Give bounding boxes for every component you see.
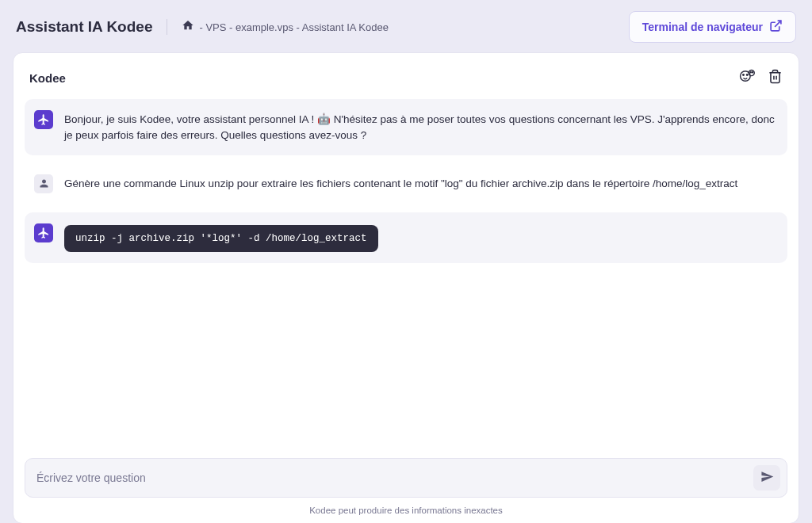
chat-input-row [25, 458, 787, 498]
code-block[interactable]: unzip -j archive.zip '*log*' -d /home/lo… [64, 225, 378, 252]
breadcrumb[interactable]: - VPS - example.vps - Assistant IA Kodee [167, 19, 388, 35]
external-link-icon [769, 19, 783, 35]
chat-input[interactable] [36, 471, 747, 484]
card-actions [739, 67, 783, 88]
svg-point-5 [750, 72, 751, 73]
send-icon [760, 470, 774, 486]
messages-list: Bonjour, je suis Kodee, votre assistant … [25, 99, 787, 453]
header-left: Assistant IA Kodee - VPS - example.vps -… [16, 18, 389, 36]
svg-point-3 [743, 74, 745, 76]
message-text: Génère une commande Linux unzip pour ext… [64, 174, 737, 192]
page-title: Assistant IA Kodee [16, 18, 152, 36]
message-user: Génère une commande Linux unzip pour ext… [25, 163, 787, 204]
message-text: Bonjour, je suis Kodee, votre assistant … [64, 110, 778, 144]
bot-avatar-icon [34, 223, 53, 242]
send-button[interactable] [753, 465, 780, 491]
message-bot: unzip -j archive.zip '*log*' -d /home/lo… [25, 212, 787, 263]
breadcrumb-text: - VPS - example.vps - Assistant IA Kodee [199, 21, 388, 33]
home-icon [182, 19, 194, 35]
chat-card: Kodee Bonjour, j [13, 52, 799, 523]
page-header: Assistant IA Kodee - VPS - example.vps -… [0, 0, 812, 52]
message-code-wrap: unzip -j archive.zip '*log*' -d /home/lo… [64, 223, 378, 252]
emoji-face-icon[interactable] [739, 67, 756, 88]
card-header: Kodee [25, 67, 787, 99]
svg-point-6 [752, 72, 753, 73]
bot-avatar-icon [34, 110, 53, 129]
message-bot: Bonjour, je suis Kodee, votre assistant … [25, 99, 787, 155]
terminal-button-label: Terminal de navigateur [642, 21, 763, 33]
user-avatar-icon [34, 174, 53, 193]
svg-point-4 [746, 74, 748, 76]
terminal-button[interactable]: Terminal de navigateur [629, 11, 796, 43]
card-title: Kodee [29, 71, 66, 85]
svg-line-0 [775, 21, 781, 27]
trash-icon[interactable] [768, 69, 783, 87]
disclaimer-text: Kodee peut produire des informations ine… [25, 498, 787, 515]
